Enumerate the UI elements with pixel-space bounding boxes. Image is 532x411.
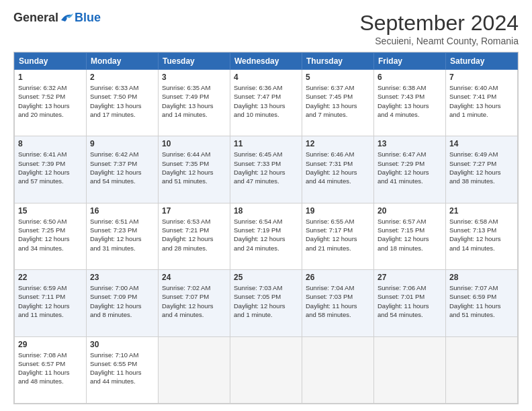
day-number: 20 — [378, 206, 442, 216]
table-row: 27Sunrise: 7:06 AM Sunset: 7:01 PM Dayli… — [374, 270, 446, 336]
table-row: 2Sunrise: 6:33 AM Sunset: 7:50 PM Daylig… — [87, 70, 159, 136]
day-info: Sunrise: 6:58 AM Sunset: 7:13 PM Dayligh… — [449, 217, 514, 253]
day-number: 3 — [162, 73, 226, 82]
day-number: 30 — [90, 340, 154, 349]
table-row: 18Sunrise: 6:54 AM Sunset: 7:19 PM Dayli… — [230, 203, 302, 269]
col-monday: Monday — [87, 53, 159, 70]
day-number: 29 — [18, 340, 83, 349]
day-info: Sunrise: 6:53 AM Sunset: 7:21 PM Dayligh… — [162, 217, 226, 253]
day-info: Sunrise: 6:42 AM Sunset: 7:37 PM Dayligh… — [90, 150, 154, 185]
day-info: Sunrise: 6:36 AM Sunset: 7:47 PM Dayligh… — [234, 83, 298, 119]
table-row: 24Sunrise: 7:02 AM Sunset: 7:07 PM Dayli… — [159, 270, 230, 336]
day-info: Sunrise: 7:08 AM Sunset: 6:57 PM Dayligh… — [18, 351, 83, 386]
table-row: 5Sunrise: 6:37 AM Sunset: 7:45 PM Daylig… — [302, 70, 374, 136]
day-number: 4 — [234, 73, 298, 82]
col-sunday: Sunday — [15, 53, 87, 70]
calendar-week-row: 15Sunrise: 6:50 AM Sunset: 7:25 PM Dayli… — [15, 203, 518, 269]
day-info: Sunrise: 6:45 AM Sunset: 7:33 PM Dayligh… — [234, 150, 298, 185]
header: General Blue September 2024 Secuieni, Ne… — [13, 11, 519, 46]
table-row: 23Sunrise: 7:00 AM Sunset: 7:09 PM Dayli… — [87, 270, 159, 336]
table-row: 8Sunrise: 6:41 AM Sunset: 7:39 PM Daylig… — [15, 136, 87, 203]
day-number: 16 — [90, 206, 154, 216]
table-row — [302, 336, 374, 403]
table-row: 4Sunrise: 6:36 AM Sunset: 7:47 PM Daylig… — [230, 70, 302, 136]
day-info: Sunrise: 6:55 AM Sunset: 7:17 PM Dayligh… — [306, 217, 370, 253]
table-row: 16Sunrise: 6:51 AM Sunset: 7:23 PM Dayli… — [87, 203, 159, 269]
table-row: 11Sunrise: 6:45 AM Sunset: 7:33 PM Dayli… — [230, 136, 302, 203]
table-row: 20Sunrise: 6:57 AM Sunset: 7:15 PM Dayli… — [374, 203, 446, 269]
day-info: Sunrise: 6:41 AM Sunset: 7:39 PM Dayligh… — [18, 150, 83, 185]
day-number: 17 — [162, 206, 226, 216]
table-row: 19Sunrise: 6:55 AM Sunset: 7:17 PM Dayli… — [302, 203, 374, 269]
day-number: 28 — [449, 273, 514, 282]
day-info: Sunrise: 7:10 AM Sunset: 6:55 PM Dayligh… — [90, 351, 154, 386]
day-info: Sunrise: 7:00 AM Sunset: 7:09 PM Dayligh… — [90, 283, 154, 319]
day-number: 6 — [378, 73, 442, 82]
table-row — [374, 336, 446, 403]
day-info: Sunrise: 7:02 AM Sunset: 7:07 PM Dayligh… — [162, 283, 226, 319]
day-number: 12 — [306, 139, 370, 148]
day-number: 7 — [449, 73, 514, 82]
logo-blue-text: Blue — [75, 11, 101, 25]
day-number: 14 — [449, 139, 514, 148]
day-info: Sunrise: 7:04 AM Sunset: 7:03 PM Dayligh… — [306, 283, 370, 319]
table-row — [159, 336, 230, 403]
day-info: Sunrise: 6:59 AM Sunset: 7:11 PM Dayligh… — [18, 283, 83, 319]
location-subtitle: Secuieni, Neamt County, Romania — [359, 36, 519, 46]
table-row: 26Sunrise: 7:04 AM Sunset: 7:03 PM Dayli… — [302, 270, 374, 336]
day-number: 26 — [306, 273, 370, 282]
day-number: 22 — [18, 273, 83, 282]
day-info: Sunrise: 6:40 AM Sunset: 7:41 PM Dayligh… — [449, 83, 514, 119]
table-row: 7Sunrise: 6:40 AM Sunset: 7:41 PM Daylig… — [446, 70, 518, 136]
day-number: 8 — [18, 139, 83, 148]
day-info: Sunrise: 6:47 AM Sunset: 7:29 PM Dayligh… — [378, 150, 442, 185]
calendar-week-row: 22Sunrise: 6:59 AM Sunset: 7:11 PM Dayli… — [15, 270, 518, 336]
col-thursday: Thursday — [302, 53, 374, 70]
table-row: 21Sunrise: 6:58 AM Sunset: 7:13 PM Dayli… — [446, 203, 518, 269]
logo: General Blue — [13, 11, 101, 25]
day-info: Sunrise: 6:32 AM Sunset: 7:52 PM Dayligh… — [18, 83, 83, 119]
logo-general-text: General — [13, 11, 58, 25]
day-info: Sunrise: 6:51 AM Sunset: 7:23 PM Dayligh… — [90, 217, 154, 253]
col-friday: Friday — [374, 53, 446, 70]
logo-bird-icon — [60, 12, 75, 24]
day-number: 24 — [162, 273, 226, 282]
day-info: Sunrise: 7:06 AM Sunset: 7:01 PM Dayligh… — [378, 283, 442, 319]
table-row: 10Sunrise: 6:44 AM Sunset: 7:35 PM Dayli… — [159, 136, 230, 203]
title-section: September 2024 Secuieni, Neamt County, R… — [359, 11, 519, 46]
day-info: Sunrise: 6:38 AM Sunset: 7:43 PM Dayligh… — [378, 83, 442, 119]
table-row: 3Sunrise: 6:35 AM Sunset: 7:49 PM Daylig… — [159, 70, 230, 136]
header-row: Sunday Monday Tuesday Wednesday Thursday… — [15, 53, 518, 70]
day-number: 5 — [306, 73, 370, 82]
day-info: Sunrise: 6:46 AM Sunset: 7:31 PM Dayligh… — [306, 150, 370, 185]
page: General Blue September 2024 Secuieni, Ne… — [0, 0, 532, 411]
day-number: 11 — [234, 139, 298, 148]
calendar-week-row: 29Sunrise: 7:08 AM Sunset: 6:57 PM Dayli… — [15, 336, 518, 403]
table-row: 9Sunrise: 6:42 AM Sunset: 7:37 PM Daylig… — [87, 136, 159, 203]
day-info: Sunrise: 6:57 AM Sunset: 7:15 PM Dayligh… — [378, 217, 442, 253]
table-row: 30Sunrise: 7:10 AM Sunset: 6:55 PM Dayli… — [87, 336, 159, 403]
calendar-week-row: 1Sunrise: 6:32 AM Sunset: 7:52 PM Daylig… — [15, 70, 518, 136]
day-number: 9 — [90, 139, 154, 148]
table-row: 6Sunrise: 6:38 AM Sunset: 7:43 PM Daylig… — [374, 70, 446, 136]
col-tuesday: Tuesday — [159, 53, 230, 70]
day-info: Sunrise: 7:07 AM Sunset: 6:59 PM Dayligh… — [449, 283, 514, 319]
calendar-week-row: 8Sunrise: 6:41 AM Sunset: 7:39 PM Daylig… — [15, 136, 518, 203]
day-number: 23 — [90, 273, 154, 282]
day-info: Sunrise: 6:33 AM Sunset: 7:50 PM Dayligh… — [90, 83, 154, 119]
table-row — [230, 336, 302, 403]
table-row: 22Sunrise: 6:59 AM Sunset: 7:11 PM Dayli… — [15, 270, 87, 336]
day-info: Sunrise: 7:03 AM Sunset: 7:05 PM Dayligh… — [234, 283, 298, 319]
table-row: 15Sunrise: 6:50 AM Sunset: 7:25 PM Dayli… — [15, 203, 87, 269]
table-row: 25Sunrise: 7:03 AM Sunset: 7:05 PM Dayli… — [230, 270, 302, 336]
day-info: Sunrise: 6:37 AM Sunset: 7:45 PM Dayligh… — [306, 83, 370, 119]
day-info: Sunrise: 6:50 AM Sunset: 7:25 PM Dayligh… — [18, 217, 83, 253]
day-number: 13 — [378, 139, 442, 148]
day-number: 21 — [449, 206, 514, 216]
col-wednesday: Wednesday — [230, 53, 302, 70]
day-number: 19 — [306, 206, 370, 216]
day-number: 18 — [234, 206, 298, 216]
col-saturday: Saturday — [446, 53, 518, 70]
calendar: Sunday Monday Tuesday Wednesday Thursday… — [13, 52, 519, 404]
day-number: 1 — [18, 73, 83, 82]
